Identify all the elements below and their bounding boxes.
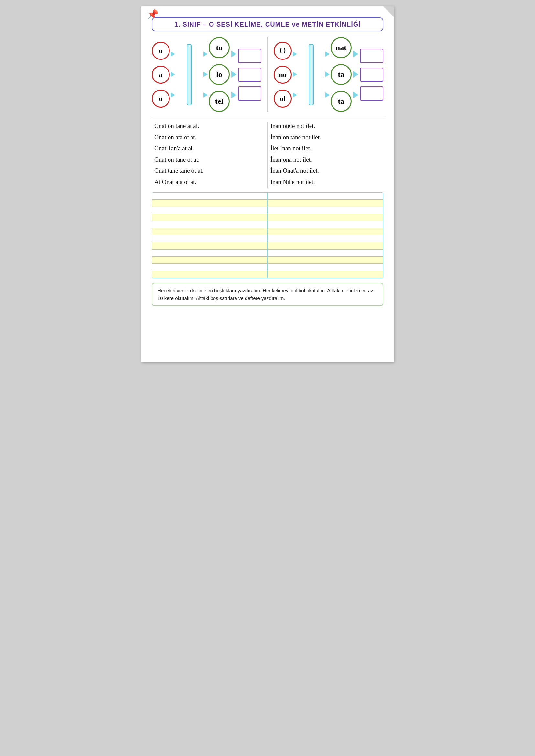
r-answer-arrow-3 [353,92,358,98]
rline-w-2[interactable] [268,207,383,214]
right-group-circles: O no ol [274,42,292,108]
right-sentence-5: İnan Onat'a not ilet. [270,166,381,176]
line-y-1[interactable] [152,200,267,207]
right-sentence-1: İnan otele not ilet. [270,122,381,131]
page: 📌 1. SINIF – O SESİ KELİME, CÜMLE ve MET… [141,7,394,362]
lines-left-col [152,193,267,278]
arrow-left-1 [171,51,175,57]
arrow-left-2 [171,72,175,77]
answer-box-3[interactable] [238,86,261,100]
line-y-3[interactable] [152,228,267,235]
right-sentence-4: İnan ona not ilet. [270,155,381,165]
right-circle-3: ol [274,90,292,108]
r-arrow-right-3 [325,93,330,97]
answer-box-2[interactable] [238,68,261,82]
right-syllable-circles: nat ta ta [330,37,352,112]
r-arrow-right-2 [325,72,330,77]
word-building-section: o a o to [152,37,383,112]
right-circle-2: no [274,66,292,84]
line-w-6[interactable] [152,264,267,271]
r-syllable-3: ta [330,91,352,112]
line-y-6[interactable] [152,271,267,278]
r-arrow-left-1 [293,51,297,57]
lines-right-col [268,193,383,278]
r-answer-arrow-2 [353,71,358,78]
rline-y-2[interactable] [268,214,383,221]
writing-lines-section [152,192,383,278]
rline-y-3[interactable] [268,228,383,235]
line-y-2[interactable] [152,214,267,221]
line-w-5[interactable] [152,250,267,256]
right-sentence-6: İnan Nil'e not ilet. [270,177,381,187]
r-arrow-left-3 [293,93,297,97]
answer-arrow-3 [231,92,237,98]
line-w-4[interactable] [152,235,267,242]
footer-text: Heceleri verilen kelimeleri boşluklara y… [157,288,373,301]
arrow-right-1 [204,51,208,57]
left-circle-2: a [152,66,170,84]
arrow-left-3 [171,93,175,97]
syllable-1: to [209,37,230,58]
right-circle-1: O [274,42,292,60]
left-sentence-4: Onat on tane ot at. [154,155,265,165]
r-arrow-left-2 [293,72,297,77]
answer-arrow-1 [231,51,237,57]
rline-w-5[interactable] [268,250,383,256]
line-w-1[interactable] [152,193,267,200]
r-answer-box-2[interactable] [360,68,383,82]
footer-instructions: Heceleri verilen kelimeleri boşluklara y… [152,283,383,306]
left-connector-bar [187,44,192,105]
rline-w-4[interactable] [268,235,383,242]
left-syllable-circles: to lo tel [209,37,230,112]
section-divider [267,37,268,112]
left-circle-1: o [152,42,170,60]
r-syllable-2: ta [330,64,352,85]
rline-w-3[interactable] [268,221,383,228]
r-arrow-right-1 [325,51,330,57]
left-sentence-5: Onat tane tane ot at. [154,166,265,176]
left-sentence-3: Onat Tan'a at al. [154,144,265,153]
r-answer-box-3[interactable] [360,86,383,100]
left-group-circles: o a o [152,42,170,108]
page-fold [383,7,394,17]
syllable-2: lo [209,64,230,85]
left-sentence-2: Onat on ata ot at. [154,133,265,142]
rline-w-6[interactable] [268,264,383,271]
sentences-section: Onat on tane at al. Onat on ata ot at. O… [152,118,383,188]
rline-y-6[interactable] [268,271,383,278]
title-box: 1. SINIF – O SESİ KELİME, CÜMLE ve METİN… [152,17,383,31]
syllable-3: tel [209,91,230,112]
right-sentence-3: İlet İnan not ilet. [270,144,381,153]
page-title: 1. SINIF – O SESİ KELİME, CÜMLE ve METİN… [174,21,361,28]
line-w-2[interactable] [152,207,267,214]
line-y-5[interactable] [152,256,267,264]
rline-y-1[interactable] [268,200,383,207]
r-answer-arrow-1 [353,51,358,57]
left-sentence-6: At Onat ata ot at. [154,177,265,187]
right-sentences-col: İnan otele not ilet. İnan on tane not il… [268,122,383,188]
left-circle-3: o [152,90,170,108]
right-sentence-2: İnan on tane not ilet. [270,133,381,142]
line-w-3[interactable] [152,221,267,228]
left-sentence-1: Onat on tane at al. [154,122,265,131]
r-syllable-1: nat [330,37,352,58]
rline-y-5[interactable] [268,256,383,264]
answer-arrow-2 [231,71,237,78]
left-sentences-col: Onat on tane at al. Onat on ata ot at. O… [152,122,267,188]
answer-box-1[interactable] [238,49,261,63]
rline-w-1[interactable] [268,193,383,200]
line-y-4[interactable] [152,242,267,250]
arrow-right-3 [204,93,208,97]
arrow-right-2 [204,72,208,77]
right-connector-bar [309,44,314,105]
r-answer-box-1[interactable] [360,49,383,63]
pin-icon: 📌 [147,9,158,20]
rline-y-4[interactable] [268,242,383,250]
